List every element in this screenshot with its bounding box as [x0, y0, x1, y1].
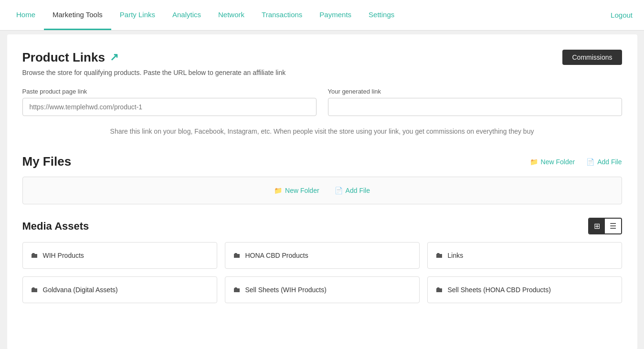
- add-file-button-header[interactable]: 📄 Add File: [586, 158, 622, 166]
- paste-link-group: Paste product page link: [22, 88, 317, 116]
- folder-item-hona-cbd-products[interactable]: 🖿HONA CBD Products: [225, 242, 420, 269]
- nav-spacer: [403, 0, 607, 30]
- external-link-icon[interactable]: ↗: [110, 51, 118, 63]
- folder-item-sell-sheets-wih[interactable]: 🖿Sell Sheets (WIH Products): [225, 276, 420, 303]
- new-folder-icon-header: 📁: [530, 158, 538, 166]
- folder-name: Goldvana (Digital Assets): [43, 286, 118, 294]
- media-assets-title: Media Assets: [22, 220, 89, 233]
- folder-name: Sell Sheets (HONA CBD Products): [448, 286, 551, 294]
- folder-item-links[interactable]: 🖿Links: [427, 242, 622, 269]
- new-folder-button-area[interactable]: 📁 New Folder: [274, 187, 319, 194]
- grid-view-button[interactable]: ⊞: [589, 219, 605, 233]
- folder-item-wih-products[interactable]: 🖿WIH Products: [22, 242, 217, 269]
- folder-icon: 🖿: [31, 286, 38, 294]
- nav-item-settings[interactable]: Settings: [360, 0, 403, 30]
- paste-link-input[interactable]: [22, 98, 317, 116]
- generated-link-group: Your generated link: [328, 88, 622, 116]
- main-content: Product Links ↗ Commissions Browse the s…: [7, 34, 637, 349]
- view-toggle: ⊞ ☰: [588, 218, 622, 234]
- file-upload-area[interactable]: 📁 New Folder 📄 Add File: [22, 177, 622, 204]
- nav-item-payments[interactable]: Payments: [311, 0, 360, 30]
- nav-item-marketing-tools[interactable]: Marketing Tools: [44, 0, 111, 30]
- folder-name: Links: [448, 252, 464, 259]
- product-links-description: Browse the store for qualifying products…: [22, 69, 622, 76]
- product-links-header: Product Links ↗ Commissions: [22, 50, 622, 65]
- product-links-title-group: Product Links ↗: [22, 50, 118, 65]
- new-folder-button-header[interactable]: 📁 New Folder: [530, 158, 575, 166]
- link-inputs-row: Paste product page link Your generated l…: [22, 88, 622, 116]
- folder-icon: 🖿: [31, 251, 38, 260]
- commissions-button[interactable]: Commissions: [562, 50, 622, 65]
- add-file-icon-area: 📄: [335, 187, 343, 194]
- nav-item-party-links[interactable]: Party Links: [111, 0, 164, 30]
- folder-item-sell-sheets-hona[interactable]: 🖿Sell Sheets (HONA CBD Products): [427, 276, 622, 303]
- navigation: Home Marketing Tools Party Links Analyti…: [0, 0, 644, 31]
- product-links-title: Product Links: [22, 50, 105, 65]
- generated-link-input[interactable]: [328, 98, 622, 116]
- my-files-actions: 📁 New Folder 📄 Add File: [530, 158, 622, 166]
- nav-item-network[interactable]: Network: [210, 0, 253, 30]
- folder-name: WIH Products: [43, 252, 84, 259]
- nav-item-analytics[interactable]: Analytics: [164, 0, 210, 30]
- folder-name: HONA CBD Products: [245, 252, 308, 259]
- folder-icon: 🖿: [233, 251, 241, 260]
- add-file-button-area[interactable]: 📄 Add File: [335, 187, 370, 194]
- my-files-header: My Files 📁 New Folder 📄 Add File: [22, 154, 622, 169]
- new-folder-icon-area: 📁: [274, 187, 282, 194]
- my-files-title: My Files: [22, 154, 72, 169]
- folder-icon: 🖿: [435, 286, 443, 294]
- generated-link-label: Your generated link: [328, 88, 622, 95]
- logout-button[interactable]: Logout: [607, 0, 636, 30]
- add-file-icon-header: 📄: [586, 158, 594, 166]
- nav-item-home[interactable]: Home: [8, 0, 44, 30]
- folder-icon: 🖿: [233, 286, 241, 294]
- media-assets-header: Media Assets ⊞ ☰: [22, 218, 622, 234]
- folder-icon: 🖿: [435, 251, 443, 260]
- folders-grid: 🖿WIH Products🖿HONA CBD Products🖿Links🖿Go…: [22, 242, 622, 303]
- paste-link-label: Paste product page link: [22, 88, 317, 95]
- folder-item-goldvana-digital-assets[interactable]: 🖿Goldvana (Digital Assets): [22, 276, 217, 303]
- nav-item-transactions[interactable]: Transactions: [253, 0, 311, 30]
- share-description: Share this link on your blog, Facebook, …: [22, 127, 622, 135]
- list-view-button[interactable]: ☰: [605, 219, 621, 233]
- folder-name: Sell Sheets (WIH Products): [245, 286, 327, 294]
